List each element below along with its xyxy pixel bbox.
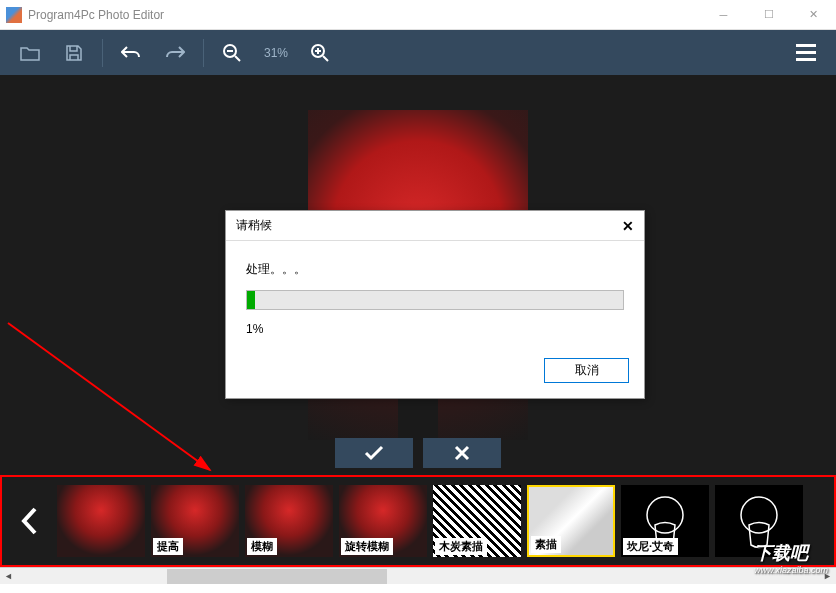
filter-strip: 提高模糊旋转模糊木炭素描素描坎尼·艾奇	[0, 475, 836, 567]
filter-label: 坎尼·艾奇	[623, 538, 678, 555]
scroll-right-button[interactable]: ►	[819, 568, 836, 585]
dialog-close-button[interactable]: ✕	[622, 218, 634, 234]
filter-item-3[interactable]: 旋转模糊	[339, 485, 427, 557]
filter-label: 木炭素描	[435, 538, 487, 555]
save-button[interactable]	[54, 35, 94, 70]
app-icon	[6, 7, 22, 23]
scroll-track[interactable]	[17, 568, 819, 585]
redo-button[interactable]	[155, 35, 195, 70]
undo-button[interactable]	[111, 35, 151, 70]
cancel-button[interactable]	[423, 438, 501, 468]
titlebar: Program4Pc Photo Editor ─ ☐ ✕	[0, 0, 836, 30]
progress-percent: 1%	[246, 322, 624, 336]
close-button[interactable]: ✕	[791, 0, 836, 30]
progress-fill	[247, 291, 255, 309]
filter-label: 旋转模糊	[341, 538, 393, 555]
filter-item-0[interactable]	[57, 485, 145, 557]
filter-label: 素描	[531, 536, 561, 553]
dialog-message: 处理。。。	[246, 261, 624, 278]
action-bar	[0, 430, 836, 475]
window-title: Program4Pc Photo Editor	[28, 8, 701, 22]
main-toolbar: 31%	[0, 30, 836, 75]
separator	[203, 39, 204, 67]
filter-item-1[interactable]: 提高	[151, 485, 239, 557]
menu-button[interactable]	[786, 33, 826, 73]
progress-bar	[246, 290, 624, 310]
open-button[interactable]	[10, 35, 50, 70]
filter-item-2[interactable]: 模糊	[245, 485, 333, 557]
zoom-level: 31%	[264, 46, 288, 60]
filter-item-7[interactable]	[715, 485, 803, 557]
dialog-cancel-button[interactable]: 取消	[544, 358, 629, 383]
filter-thumb	[57, 485, 145, 557]
filter-item-4[interactable]: 木炭素描	[433, 485, 521, 557]
zoom-in-button[interactable]	[300, 35, 340, 70]
filter-label: 提高	[153, 538, 183, 555]
maximize-button[interactable]: ☐	[746, 0, 791, 30]
svg-point-4	[647, 497, 683, 533]
apply-button[interactable]	[335, 438, 413, 468]
scroll-left-button[interactable]: ◄	[0, 568, 17, 585]
filter-thumb	[715, 485, 803, 557]
scroll-thumb[interactable]	[167, 569, 387, 584]
svg-point-5	[741, 497, 777, 533]
horizontal-scrollbar[interactable]: ◄ ►	[0, 567, 836, 584]
zoom-out-button[interactable]	[212, 35, 252, 70]
separator	[102, 39, 103, 67]
filter-item-6[interactable]: 坎尼·艾奇	[621, 485, 709, 557]
filter-prev-button[interactable]	[2, 477, 57, 565]
filter-label: 模糊	[247, 538, 277, 555]
filter-item-5[interactable]: 素描	[527, 485, 615, 557]
dialog-title: 请稍候	[236, 217, 622, 234]
progress-dialog: 请稍候 ✕ 处理。。。 1% 取消	[225, 210, 645, 399]
minimize-button[interactable]: ─	[701, 0, 746, 30]
